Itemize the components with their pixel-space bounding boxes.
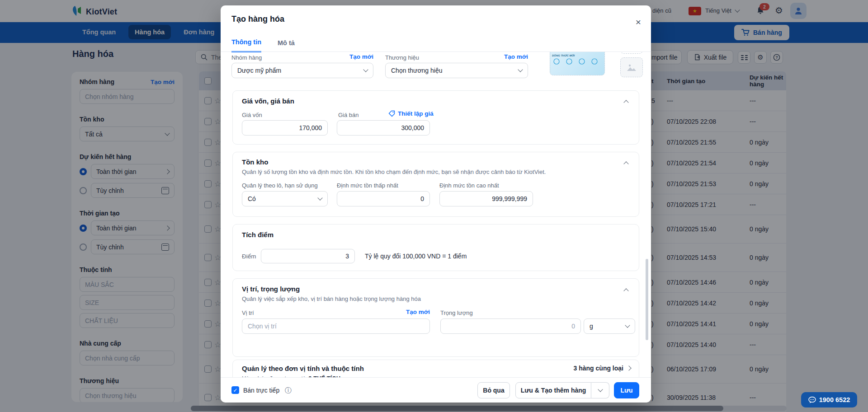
direct-sale-checkbox[interactable]: ✓	[231, 386, 239, 394]
chevron-down-icon	[598, 387, 603, 392]
location-section-title: Vị trí, trọng lượng	[242, 285, 300, 293]
chevron-down-icon	[317, 195, 322, 200]
min-stock-label: Định mức tồn thấp nhất	[337, 182, 398, 189]
points-section-title: Tích điểm	[242, 231, 274, 239]
chevron-down-icon	[625, 323, 630, 328]
direct-sale-label: Bán trực tiếp	[243, 387, 279, 394]
lot-label: Quản lý theo lô, hạn sử dụng	[242, 182, 318, 189]
collapse-icon[interactable]	[623, 100, 628, 105]
chevron-down-icon	[518, 67, 523, 72]
points-rate-text: Tỷ lệ quy đổi 100,000 VND = 1 điểm	[365, 253, 467, 260]
create-group-link[interactable]: Tạo mới	[231, 53, 373, 60]
max-stock-input[interactable]: 999,999,999	[439, 191, 533, 206]
location-input[interactable]: Chọn vị trí	[242, 318, 430, 334]
save-options-dropdown[interactable]	[591, 382, 609, 398]
create-brand-link[interactable]: Tạo mới	[385, 53, 528, 60]
price-section: Giá vốn, giá bán Giá vốn Giá bán Thiết l…	[232, 90, 639, 145]
group-select[interactable]: Dược mỹ phẩm	[231, 63, 373, 78]
collapse-icon[interactable]	[623, 288, 628, 293]
location-section-subtitle: Quản lý việc sắp xếp kho, vị trí bán hàn…	[242, 295, 421, 302]
modal-body: Nhóm hàng Tạo mới Dược mỹ phẩm Thương hi…	[221, 52, 651, 377]
support-phone-number: 1900 6522	[819, 396, 850, 403]
max-stock-label: Định mức tồn cao nhất	[439, 182, 499, 189]
image-slot-partial[interactable]	[620, 52, 643, 54]
modal-footer: ✓ Bán trực tiếp ⓘ Bỏ qua Lưu & Tạo thêm …	[221, 377, 651, 403]
brand-select[interactable]: Chọn thương hiệu	[385, 63, 528, 78]
cost-price-label: Giá vốn	[242, 112, 262, 118]
save-and-new-split-button: Lưu & Tạo thêm hàng	[515, 382, 609, 398]
collapse-icon[interactable]	[623, 161, 628, 166]
save-and-new-button[interactable]: Lưu & Tạo thêm hàng	[515, 382, 591, 398]
unit-section: Quản lý theo đơn vị tính và thuộc tính H…	[232, 360, 639, 377]
modal-scrollbar-thumb[interactable]	[646, 259, 648, 340]
cost-price-input[interactable]: 170,000	[242, 120, 328, 136]
weight-unit-select[interactable]: g	[584, 318, 635, 334]
stock-section: Tồn kho Quản lý số lượng tồn kho và định…	[232, 152, 639, 217]
image-placeholder-icon	[627, 63, 637, 71]
tab-description[interactable]: Mô tả	[278, 39, 295, 52]
lot-select[interactable]: Có	[242, 191, 328, 206]
weight-label: Trọng lượng	[440, 309, 473, 316]
tag-icon	[388, 110, 395, 117]
chat-bubble-icon	[808, 397, 816, 403]
points-label: Điểm	[242, 253, 256, 260]
location-section: Vị trí, trọng lượng Quản lý việc sắp xếp…	[232, 278, 639, 357]
sale-price-input[interactable]: 300,000	[337, 120, 430, 136]
setup-price-link[interactable]: Thiết lập giá	[388, 110, 434, 117]
points-input[interactable]: 3	[261, 249, 355, 263]
close-icon[interactable]: ×	[636, 17, 641, 27]
chevron-right-icon	[626, 365, 631, 370]
price-section-title: Giá vốn, giá bán	[242, 97, 294, 105]
support-chat-button[interactable]: 1900 6522	[801, 392, 857, 407]
sale-price-label: Giá bán	[338, 112, 359, 118]
unit-section-title: Quản lý theo đơn vị tính và thuộc tính	[242, 365, 364, 372]
product-image-thumbnail[interactable]: DÒNG THỨC MỚI	[550, 52, 605, 75]
tab-info[interactable]: Thông tin	[231, 38, 261, 52]
chevron-down-icon	[363, 67, 368, 72]
info-icon[interactable]: ⓘ	[285, 386, 292, 395]
add-image-placeholder[interactable]	[620, 57, 643, 77]
product-image-icons	[550, 58, 602, 67]
skip-button[interactable]: Bỏ qua	[477, 382, 510, 398]
create-product-modal: Tạo hàng hóa × Thông tin Mô tả Nhóm hàng…	[221, 5, 651, 402]
product-image-caption: DÒNG THỨC MỚI	[550, 52, 604, 58]
create-location-link[interactable]: Tạo mới	[242, 309, 430, 315]
points-section: Tích điểm Điểm 3 Tỷ lệ quy đổi 100,000 V…	[232, 224, 639, 271]
weight-input[interactable]: 0	[440, 318, 581, 334]
min-stock-input[interactable]: 0	[337, 191, 430, 206]
stock-section-title: Tồn kho	[242, 158, 268, 166]
modal-tabs: Thông tin Mô tả	[231, 38, 295, 52]
stock-section-subtitle: Quản lý số lượng tồn kho và định mức tồn…	[242, 169, 546, 175]
same-type-link[interactable]: 3 hàng cùng loại	[574, 365, 631, 372]
save-button[interactable]: Lưu	[614, 382, 639, 398]
modal-title: Tạo hàng hóa	[231, 14, 284, 24]
